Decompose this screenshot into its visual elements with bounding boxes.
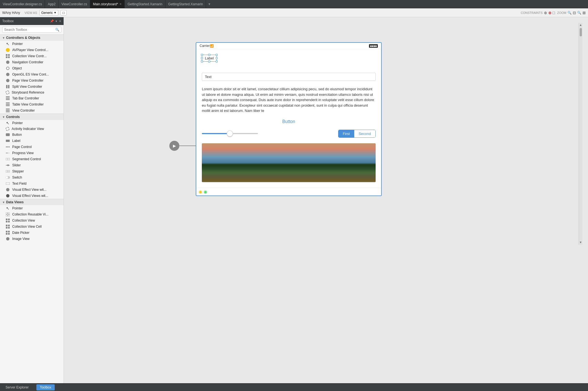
item-view-ctrl[interactable]: View Controller xyxy=(0,107,64,114)
resize-handle-bl[interactable] xyxy=(201,61,203,62)
item-opengl[interactable]: OpenGL ES View Cont... xyxy=(0,71,64,77)
label-widget[interactable]: Label xyxy=(202,55,217,62)
item-visual-effect-1[interactable]: Visual Effect View wit... xyxy=(0,187,64,193)
item-avplayer[interactable]: AVPlayer View Control... xyxy=(0,47,64,53)
toolbox-list: ▼ Controllers & Objects ↖ Pointer AVPlay… xyxy=(0,34,64,383)
item-tab-bar-ctrl[interactable]: Tab Bar Controller xyxy=(0,95,64,101)
tab-overflow-arrow[interactable]: ▼ xyxy=(206,2,213,6)
landscape-image xyxy=(202,143,376,182)
toolbox-pin-icon[interactable]: 📌 xyxy=(50,19,54,23)
tab-vc-cs[interactable]: ViewController.cs xyxy=(59,0,90,8)
constraints-square-icon[interactable]: □ xyxy=(553,11,555,15)
toolbox-menu-icon[interactable]: ▾ xyxy=(56,19,57,23)
tab-server-explorer[interactable]: Server Explorer xyxy=(2,384,32,390)
tab-gs2[interactable]: GettingStarted.Xamarin xyxy=(165,0,206,8)
svg-rect-39 xyxy=(6,212,7,214)
section-controls[interactable]: ▼ Controls xyxy=(0,114,64,120)
svg-text:+: + xyxy=(8,171,9,172)
item-label[interactable]: Label xyxy=(0,138,64,144)
zoom-fit-icon[interactable]: ⊟ xyxy=(573,11,576,15)
toolbox-panel: Toolbox 📌 ▾ ✕ 🔍 ▼ Controllers & Objects … xyxy=(0,17,64,383)
canvas-area[interactable]: ▶ Carrier 📶 ■■■■ xyxy=(64,17,588,383)
seg-second[interactable]: Second xyxy=(354,130,375,137)
scroll-down-arrow[interactable]: ▼ xyxy=(579,240,583,244)
resize-handle-br[interactable] xyxy=(216,61,218,62)
item-collection-view-cell[interactable]: Collection View Cell xyxy=(0,224,64,230)
object-icon xyxy=(6,66,10,71)
item-page-control[interactable]: Page Control xyxy=(0,144,64,150)
tab-main-storyboard[interactable]: Main.storyboard* ✕ xyxy=(90,0,125,8)
scroll-up-arrow[interactable]: ▲ xyxy=(579,23,583,27)
item-page-view-ctrl[interactable]: Page View Controller xyxy=(0,77,64,84)
zoom-reset-icon[interactable]: ⊠ xyxy=(582,11,586,15)
tab-close-icon[interactable]: ✕ xyxy=(119,2,122,6)
slider-row: First Second xyxy=(202,130,376,138)
scroll-thumb[interactable] xyxy=(580,28,582,36)
item-button[interactable]: Button xyxy=(0,132,64,138)
zoom-in-icon[interactable]: 🔍 xyxy=(577,11,581,15)
constraints-add-icon[interactable]: ⊕ xyxy=(544,11,547,15)
search-input[interactable] xyxy=(4,28,54,32)
canvas-scrollbar[interactable]: ▲ ▼ xyxy=(579,23,582,245)
toolbox-close-icon[interactable]: ✕ xyxy=(59,19,61,23)
text-field-widget[interactable]: Text xyxy=(202,73,376,81)
constraints-remove-icon[interactable]: ⊗ xyxy=(548,11,552,15)
slider-thumb[interactable] xyxy=(227,131,233,137)
item-progress-view[interactable]: Progress View xyxy=(0,150,64,156)
resize-handle-mr[interactable] xyxy=(216,57,218,59)
item-switch[interactable]: Switch xyxy=(0,174,64,181)
page-view-ctrl-icon xyxy=(6,78,10,83)
slider-track-left xyxy=(202,133,227,134)
item-collection-view-ctrl[interactable]: Collection View Contr... xyxy=(0,53,64,59)
svg-rect-2 xyxy=(6,56,7,58)
item-storyboard-ref[interactable]: Storyboard Reference xyxy=(0,90,64,95)
seg-first[interactable]: First xyxy=(338,130,354,137)
item-table-view-ctrl[interactable]: Table View Controller xyxy=(0,101,64,107)
resize-handle-tr[interactable] xyxy=(216,54,218,56)
item-pointer-2[interactable]: ↖ Pointer xyxy=(0,120,64,126)
avplayer-icon xyxy=(6,48,10,52)
item-text-field[interactable]: Text Field xyxy=(0,181,64,187)
item-object[interactable]: Object xyxy=(0,65,64,71)
item-split-view-ctrl[interactable]: Split View Controller xyxy=(0,84,64,90)
opengl-icon xyxy=(6,72,10,77)
tab-vc-designer[interactable]: ViewController.designer.cs xyxy=(0,0,45,8)
button-widget[interactable]: Button xyxy=(202,119,376,124)
toolbox-search-box[interactable]: 🔍 xyxy=(2,27,61,33)
svg-rect-17 xyxy=(6,110,10,111)
resize-handle-tl[interactable] xyxy=(201,54,203,56)
item-visual-effect-2[interactable]: Visual Effect Views wit... xyxy=(0,193,64,199)
item-image-view[interactable]: Image View xyxy=(0,236,64,242)
svg-rect-18 xyxy=(6,111,10,112)
item-date-picker[interactable]: Date Picker xyxy=(0,230,64,236)
item-segmented-control[interactable]: Segmented Control xyxy=(0,156,64,162)
section-controllers[interactable]: ▼ Controllers & Objects xyxy=(0,34,64,41)
zoom-out-icon[interactable]: 🔍 xyxy=(567,11,572,15)
item-pointer-1[interactable]: ↖ Pointer xyxy=(0,41,64,47)
tab-app2[interactable]: App2 xyxy=(45,0,59,8)
slider-widget[interactable] xyxy=(202,131,333,137)
tab-gs1[interactable]: GettingStarted.Xamarin xyxy=(125,0,165,8)
item-pointer-3[interactable]: ↖ Pointer xyxy=(0,205,64,211)
resize-handle-bm[interactable] xyxy=(208,61,210,62)
tab-toolbox[interactable]: Toolbox xyxy=(36,384,54,390)
section-data-views[interactable]: ▼ Data Views xyxy=(0,199,64,205)
initial-arrow-dot: ▶ xyxy=(169,141,179,151)
item-slider[interactable]: Slider xyxy=(0,162,64,168)
resize-handle-tm[interactable] xyxy=(208,54,210,56)
segmented-control[interactable]: First Second xyxy=(338,130,376,138)
item-collection-view[interactable]: Collection View xyxy=(0,217,64,224)
collection-view-icon xyxy=(6,218,10,223)
item-collection-reusable[interactable]: Collection Reusable Vi... xyxy=(0,211,64,217)
svg-point-37 xyxy=(6,188,9,191)
bottom-yellow-icon: ◉ xyxy=(198,189,202,194)
item-stepper[interactable]: −+ Stepper xyxy=(0,168,64,174)
item-activity-indicator[interactable]: Activity Indicator View xyxy=(0,126,64,132)
svg-rect-13 xyxy=(6,102,10,103)
resize-handle-ml[interactable] xyxy=(201,57,203,59)
view-as-select[interactable]: Generic ▼ xyxy=(39,10,59,16)
square-btn[interactable]: □ xyxy=(61,10,66,16)
item-navigation-ctrl[interactable]: Navigation Controller xyxy=(0,59,64,65)
iphone-bottom-bar: ◉ ◉ xyxy=(196,188,381,196)
svg-rect-0 xyxy=(6,54,7,56)
